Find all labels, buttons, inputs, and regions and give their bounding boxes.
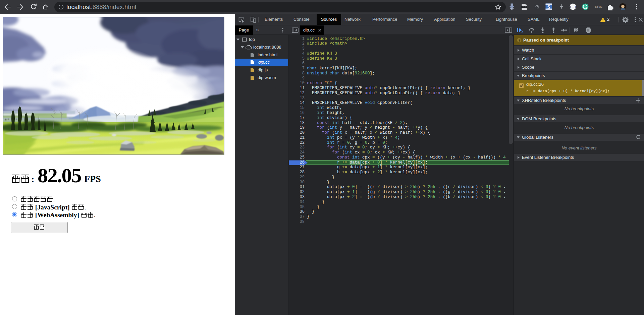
svg-text:ML: ML: [599, 5, 602, 8]
svg-text:(••): (••): [570, 5, 576, 8]
svg-text:S: S: [595, 5, 597, 8]
svg-text:S: S: [547, 4, 550, 10]
